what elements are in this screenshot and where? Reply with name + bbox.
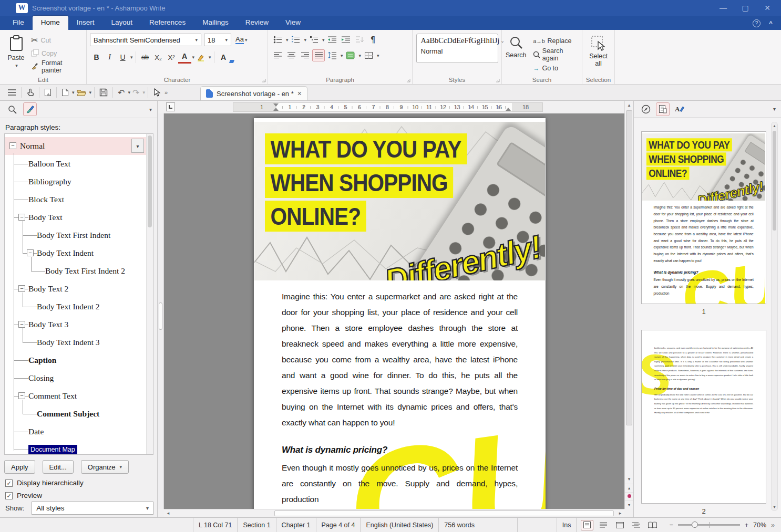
- highlight-button[interactable]: [194, 51, 208, 64]
- scroll-up-icon[interactable]: ▴: [772, 123, 777, 128]
- style-item-body-text-2[interactable]: −Body Text 2: [5, 280, 146, 298]
- style-picker[interactable]: AaBbCcDdEeFfGgHhIiJj ⌄ Normal: [416, 34, 498, 63]
- multilevel-list-button[interactable]: [307, 34, 320, 46]
- change-case-button[interactable]: Aa ▾: [234, 36, 249, 44]
- shading-button[interactable]: [344, 49, 357, 61]
- select-all-button[interactable]: Select all: [585, 34, 611, 68]
- chevron-down-icon[interactable]: ▾: [377, 53, 379, 58]
- hanging-indent-marker[interactable]: [273, 105, 279, 111]
- align-left-button[interactable]: [271, 49, 284, 61]
- collapse-ribbon-icon[interactable]: ^: [769, 20, 773, 27]
- style-item-body-text-first-indent-2[interactable]: Body Text First Indent 2: [5, 262, 146, 280]
- thumbnails-scrollbar[interactable]: ▴ ▾: [771, 122, 778, 511]
- chapter-status[interactable]: Chapter 1: [276, 518, 316, 532]
- style-item-body-text-first-indent[interactable]: Body Text First Indent: [5, 226, 146, 244]
- collapse-icon[interactable]: −: [18, 285, 25, 292]
- decrease-indent-button[interactable]: [326, 34, 338, 46]
- collapse-icon[interactable]: −: [18, 392, 25, 399]
- style-item-comment-text[interactable]: −Comment Text: [5, 387, 146, 405]
- show-styles-select[interactable]: All styles ▾: [32, 502, 153, 515]
- previous-page-button[interactable]: ▴: [625, 484, 633, 492]
- style-item-comment-subject[interactable]: Comment Subject: [5, 405, 146, 423]
- scroll-up-icon[interactable]: ▴: [625, 102, 633, 108]
- search-again-button[interactable]: Search again: [531, 48, 579, 61]
- redo-icon[interactable]: ↷: [130, 86, 141, 99]
- fullscreen-view-button[interactable]: [613, 520, 626, 530]
- subscript-button[interactable]: X₂: [152, 51, 165, 64]
- ruler-band[interactable]: 11234567891011121314151618: [233, 102, 543, 112]
- document-page[interactable]: WHAT DO YOU PAY WHEN SHOPPING ONLINE? Di…: [254, 118, 546, 509]
- collapse-icon[interactable]: −: [18, 214, 25, 221]
- scrollbar-thumb[interactable]: [274, 510, 614, 516]
- save-icon[interactable]: [97, 86, 110, 99]
- apply-button[interactable]: Apply: [4, 460, 35, 474]
- chevron-down-icon[interactable]: ▾: [209, 55, 211, 60]
- display-hierarchically-checkbox[interactable]: ✓ Display hierarchically: [5, 479, 84, 487]
- superscript-button[interactable]: X²: [165, 51, 178, 64]
- cursor-position-status[interactable]: L 18 Col 71: [193, 518, 238, 532]
- scrollbar-thumb[interactable]: [148, 135, 152, 227]
- cut-button[interactable]: ✂ Cut: [29, 34, 83, 47]
- chevron-down-icon[interactable]: ▾: [286, 37, 289, 43]
- page-thumbnail-1[interactable]: WHAT DO YOU PAY WHEN SHOPPING ONLINE? Di…: [641, 131, 766, 304]
- chevron-down-icon[interactable]: ▾: [130, 55, 133, 60]
- style-item-caption[interactable]: Caption: [5, 351, 146, 369]
- numbered-list-button[interactable]: [290, 34, 302, 46]
- sidebar-search-icon[interactable]: [5, 102, 19, 116]
- format-painter-button[interactable]: Format painter: [29, 60, 83, 73]
- formatting-marks-button[interactable]: ¶: [367, 34, 379, 46]
- style-item-bibliography[interactable]: Bibliography: [5, 173, 146, 191]
- proofing-icon[interactable]: A: [673, 102, 686, 116]
- style-dropdown-icon[interactable]: ▾: [131, 139, 144, 153]
- zoom-in-button[interactable]: +: [745, 521, 748, 529]
- next-page-button[interactable]: ▾: [625, 500, 633, 509]
- page-status[interactable]: Page 4 of 4: [316, 518, 361, 532]
- pointer-tool-icon[interactable]: [151, 86, 162, 99]
- scroll-down-icon[interactable]: ▾: [625, 476, 633, 482]
- edit-style-button[interactable]: Edit...: [43, 460, 74, 474]
- close-tab-icon[interactable]: ×: [297, 89, 302, 98]
- strikethrough-button[interactable]: ab: [139, 51, 152, 64]
- replace-button[interactable]: a→b Replace: [531, 35, 579, 47]
- menu-tab-view[interactable]: View: [277, 16, 309, 30]
- sidebar-menu-icon[interactable]: ▾: [149, 107, 152, 112]
- menu-tab-review[interactable]: Review: [237, 16, 277, 30]
- chevron-down-icon[interactable]: ▾: [89, 90, 92, 95]
- page-thumbnail-2[interactable]: S bottlenecks, seasons, and even world e…: [641, 330, 766, 504]
- close-button[interactable]: ✕: [763, 4, 772, 12]
- align-right-button[interactable]: [299, 49, 311, 61]
- browse-object-button[interactable]: [625, 492, 633, 500]
- bullet-list-button[interactable]: [271, 34, 284, 46]
- zoom-level[interactable]: 70%: [753, 521, 766, 529]
- menu-tab-mailings[interactable]: Mailings: [194, 16, 237, 30]
- menu-tab-references[interactable]: References: [141, 16, 194, 30]
- book-view-button[interactable]: [646, 520, 659, 530]
- language-status[interactable]: English (United States): [361, 518, 439, 532]
- word-count-status[interactable]: 756 words: [439, 518, 518, 532]
- scrollbar-thumb[interactable]: [626, 110, 632, 425]
- dialog-launcher-icon[interactable]: [262, 78, 266, 82]
- zoom-slider[interactable]: [678, 524, 740, 526]
- chevron-down-icon[interactable]: ▾: [359, 53, 362, 58]
- draft-view-button[interactable]: [597, 520, 610, 530]
- style-item-document-map[interactable]: Document Map: [5, 441, 146, 455]
- chevron-down-icon[interactable]: ▾: [341, 53, 343, 58]
- borders-button[interactable]: [362, 49, 375, 61]
- line-spacing-button[interactable]: [326, 49, 338, 61]
- organize-button[interactable]: Organize▾: [81, 460, 129, 474]
- horizontal-scrollbar[interactable]: ◂ ▸: [164, 509, 624, 517]
- preview-checkbox[interactable]: ✓ Preview: [5, 492, 84, 499]
- collapse-icon[interactable]: −: [18, 321, 25, 328]
- clear-formatting-button[interactable]: A: [217, 51, 230, 64]
- splitter-handle[interactable]: [159, 302, 162, 330]
- menu-tab-home[interactable]: Home: [33, 16, 68, 30]
- zoom-slider-handle[interactable]: [692, 521, 698, 528]
- style-item-body-text-indent-3[interactable]: Body Text Indent 3: [5, 333, 146, 351]
- align-center-button[interactable]: [285, 49, 297, 61]
- menu-tab-layout[interactable]: Layout: [103, 16, 141, 30]
- page-layout-view-button[interactable]: [581, 520, 593, 530]
- increase-indent-button[interactable]: [340, 34, 352, 46]
- open-document-icon[interactable]: [75, 86, 88, 99]
- style-item-block-text[interactable]: Block Text: [5, 191, 146, 208]
- paste-button[interactable]: Paste ▾: [3, 34, 29, 75]
